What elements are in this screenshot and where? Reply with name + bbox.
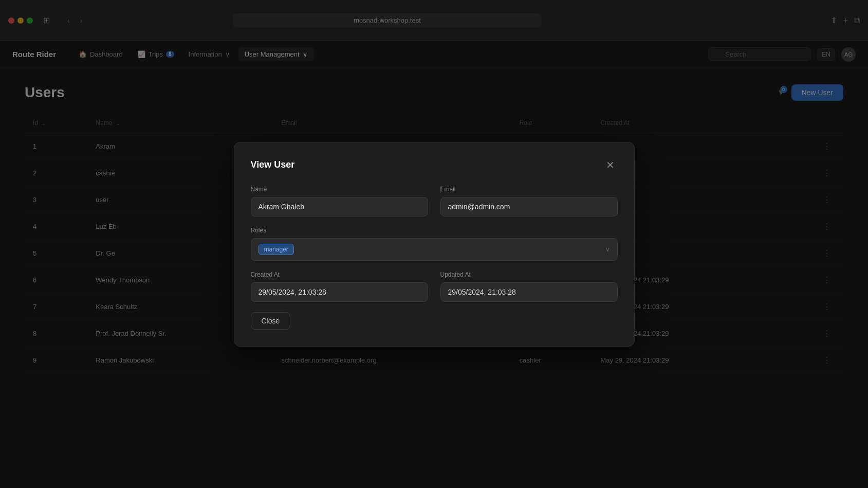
modal-footer: Close xyxy=(251,312,618,330)
roles-label: Roles xyxy=(251,227,618,234)
form-group-created-at: Created At xyxy=(251,271,428,302)
name-input[interactable] xyxy=(251,197,428,216)
modal-header: View User ✕ xyxy=(251,159,618,171)
main-content: Users ▼ 0 New User Id ⌄ Name ⌄ Email Rol… xyxy=(0,68,868,488)
roles-select-inner: manager xyxy=(258,244,294,255)
name-label: Name xyxy=(251,186,428,193)
form-group-name: Name xyxy=(251,186,428,216)
email-input[interactable] xyxy=(440,197,618,216)
form-row-dates: Created At Updated At xyxy=(251,271,618,302)
close-button[interactable]: Close xyxy=(251,312,291,330)
modal-title: View User xyxy=(251,159,295,170)
updated-at-label: Updated At xyxy=(440,271,618,278)
form-group-email: Email xyxy=(440,186,618,216)
email-label: Email xyxy=(440,186,618,193)
form-group-updated-at: Updated At xyxy=(440,271,618,302)
view-user-modal: View User ✕ Name Email Roles xyxy=(234,142,635,347)
created-at-label: Created At xyxy=(251,271,428,278)
form-row-name-email: Name Email xyxy=(251,186,618,216)
role-tag: manager xyxy=(258,244,294,255)
roles-select[interactable]: manager ∨ xyxy=(251,238,618,261)
modal-close-button[interactable]: ✕ xyxy=(603,159,618,171)
app: Route Rider 🏠 Dashboard 📈 Trips 8 Inform… xyxy=(0,41,868,488)
chevron-down-icon: ∨ xyxy=(605,246,610,253)
modal-overlay[interactable]: View User ✕ Name Email Roles xyxy=(0,68,868,488)
updated-at-input[interactable] xyxy=(440,282,618,302)
created-at-input[interactable] xyxy=(251,282,428,302)
